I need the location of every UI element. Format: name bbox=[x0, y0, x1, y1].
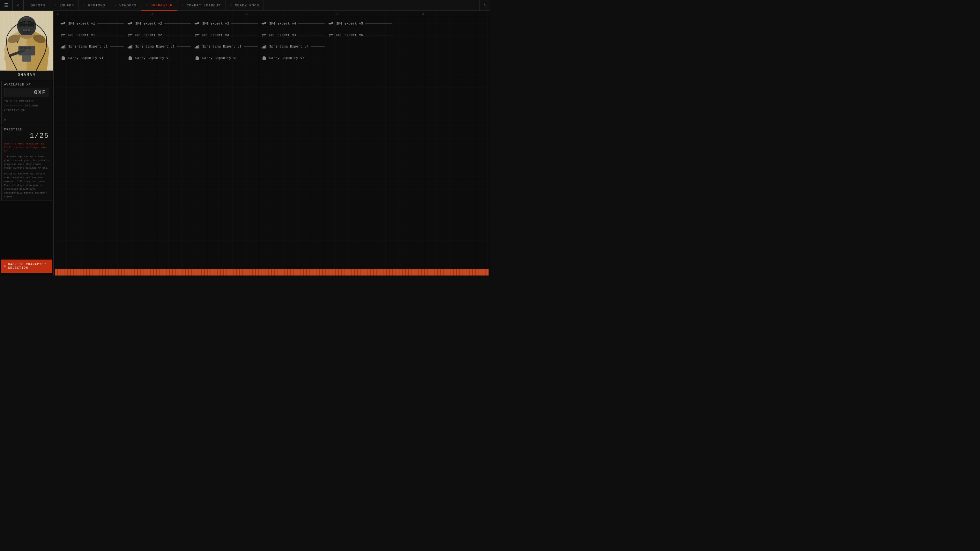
bars-icon bbox=[261, 43, 267, 50]
skill-sprinting-v3[interactable]: Sprinting Expert v3 bbox=[194, 43, 258, 50]
tab-squads[interactable]: / SQUADS bbox=[50, 0, 79, 11]
skill-shg-v5[interactable]: SHG expert v5 bbox=[328, 32, 392, 38]
skill-shg-v5-label: SHG expert v5 bbox=[336, 33, 363, 37]
bars-icon bbox=[194, 43, 200, 50]
skill-sprinting-v3-label: Sprinting Expert v3 bbox=[202, 45, 242, 48]
skill-smg-v3-label: SMG expert v3 bbox=[202, 22, 229, 25]
svg-rect-76 bbox=[197, 46, 198, 48]
svg-rect-63 bbox=[331, 34, 333, 35]
skill-sprinting-v4[interactable]: Sprinting Expert v4 bbox=[261, 43, 325, 50]
skill-shg-v2[interactable]: SHG expert v2 bbox=[127, 32, 191, 38]
skills-row-shg: SHG expert v1 SHG expert v2 SHG expert v… bbox=[60, 32, 484, 38]
skill-sprinting-v1-label: Sprinting Expert v1 bbox=[68, 45, 108, 48]
skill-shg-v4-label: SHG expert v4 bbox=[269, 33, 296, 37]
svg-rect-52 bbox=[129, 35, 129, 37]
nav-prev-button[interactable]: ‹ bbox=[13, 0, 24, 11]
tab-ready-room[interactable]: / READY ROOM bbox=[226, 0, 264, 11]
smg-icon bbox=[127, 21, 134, 27]
svg-rect-67 bbox=[62, 46, 63, 48]
skill-bar bbox=[231, 23, 258, 24]
back-arrow-icon: « bbox=[4, 265, 6, 268]
skill-bar bbox=[311, 46, 325, 47]
tab-regions[interactable]: / REGIONS bbox=[79, 0, 110, 11]
svg-rect-74 bbox=[195, 47, 196, 48]
svg-rect-40 bbox=[262, 24, 264, 25]
skill-bar bbox=[110, 46, 124, 47]
skill-bar bbox=[164, 23, 191, 24]
skill-smg-v1[interactable]: SMG expert v1 bbox=[60, 21, 124, 27]
svg-rect-89 bbox=[196, 56, 198, 57]
slash-decoration: / bbox=[83, 3, 86, 7]
smg-icon bbox=[194, 21, 200, 27]
skill-bar bbox=[307, 58, 325, 58]
svg-rect-92 bbox=[263, 56, 265, 57]
skill-smg-v2[interactable]: SMG expert v2 bbox=[127, 21, 191, 27]
skill-shg-v2-label: SHG expert v2 bbox=[135, 33, 162, 37]
col-marker-4: 4 bbox=[336, 13, 338, 16]
skill-carry-v1[interactable]: Carry Capacity v1 bbox=[60, 55, 124, 61]
svg-rect-87 bbox=[129, 58, 131, 58]
svg-rect-33 bbox=[131, 22, 132, 23]
skill-bar bbox=[240, 58, 258, 58]
svg-rect-55 bbox=[197, 34, 199, 35]
skills-area: SMG expert v1 SMG expert v2 SMG expert v… bbox=[54, 17, 490, 269]
tab-quests[interactable]: QUESTS bbox=[24, 0, 50, 11]
tab-character[interactable]: / CHARACTER bbox=[141, 0, 177, 11]
svg-rect-73 bbox=[131, 44, 132, 48]
svg-rect-66 bbox=[60, 47, 62, 48]
skill-smg-v3[interactable]: SMG expert v3 bbox=[194, 21, 258, 27]
bag-icon bbox=[60, 55, 66, 61]
skill-bar bbox=[244, 46, 258, 47]
skill-bar bbox=[106, 58, 124, 58]
svg-rect-47 bbox=[63, 34, 65, 35]
svg-rect-41 bbox=[265, 22, 266, 23]
nav-next-button[interactable]: › bbox=[479, 0, 490, 11]
col-markers: 1 2 3 4 5 bbox=[57, 11, 487, 17]
top-nav: ☰ ‹ QUESTS / SQUADS / REGIONS / VENDORS … bbox=[0, 0, 490, 11]
svg-rect-59 bbox=[264, 34, 266, 35]
skills-row-sprinting: Sprinting Expert v1 Sprinting Expert v2 … bbox=[60, 43, 484, 50]
svg-rect-68 bbox=[63, 46, 64, 48]
character-name-label: SHAMAN bbox=[0, 71, 53, 79]
xp-value-box: 0XP bbox=[4, 88, 49, 97]
prestige-value: 1/25 bbox=[4, 131, 49, 141]
skill-carry-v2-label: Carry Capacity v2 bbox=[135, 56, 171, 60]
tab-vendors[interactable]: / VENDORS bbox=[110, 0, 141, 11]
skill-bar bbox=[173, 58, 191, 58]
col-marker-3: 3 bbox=[246, 13, 248, 16]
bars-icon bbox=[127, 43, 134, 50]
skill-sprinting-v1[interactable]: Sprinting Expert v1 bbox=[60, 43, 124, 50]
svg-rect-37 bbox=[198, 22, 199, 23]
tab-combat-loadout[interactable]: / COMBAT LOADOUT bbox=[177, 0, 226, 11]
skill-shg-v1-label: SHG expert v1 bbox=[68, 33, 95, 37]
svg-rect-79 bbox=[263, 46, 264, 48]
skill-bar bbox=[164, 35, 191, 35]
svg-rect-93 bbox=[263, 58, 265, 58]
orange-progress-bar bbox=[55, 269, 489, 275]
svg-rect-65 bbox=[333, 34, 333, 35]
back-to-character-selection-button[interactable]: « BACK TO CHARACTER SELECTION bbox=[1, 260, 52, 273]
skill-sprinting-v2[interactable]: Sprinting Expert v2 bbox=[127, 43, 191, 50]
prestige-desc1: The Prestige system allows you to reset … bbox=[4, 155, 49, 170]
skill-smg-v5[interactable]: SMG expert v5 bbox=[328, 21, 392, 27]
skill-sprinting-v4-label: Sprinting Expert v4 bbox=[269, 45, 309, 48]
right-panel: 1 2 3 4 5 bbox=[54, 11, 490, 275]
menu-button[interactable]: ☰ bbox=[0, 0, 13, 11]
skill-smg-v4[interactable]: SMG expert v4 bbox=[261, 21, 325, 27]
skill-bar bbox=[298, 23, 325, 24]
skill-shg-v4[interactable]: SHG expert v4 bbox=[261, 32, 325, 38]
smg-icon bbox=[261, 21, 267, 27]
col-marker-5: 5 bbox=[422, 13, 424, 16]
svg-rect-44 bbox=[329, 24, 331, 25]
skill-sprinting-v2-label: Sprinting Expert v2 bbox=[135, 45, 175, 48]
svg-rect-45 bbox=[332, 22, 333, 23]
skill-carry-v3[interactable]: Carry Capacity v3 bbox=[194, 55, 258, 61]
skill-carry-v2[interactable]: Carry Capacity v2 bbox=[127, 55, 191, 61]
svg-rect-42 bbox=[329, 23, 332, 24]
svg-rect-61 bbox=[266, 34, 266, 35]
svg-rect-81 bbox=[266, 44, 266, 48]
skill-carry-v4[interactable]: Carry Capacity v4 bbox=[261, 55, 325, 61]
skill-shg-v1[interactable]: SHG expert v1 bbox=[60, 32, 124, 38]
skill-shg-v3[interactable]: SHG expert v3 bbox=[194, 32, 258, 38]
svg-rect-70 bbox=[127, 47, 129, 48]
